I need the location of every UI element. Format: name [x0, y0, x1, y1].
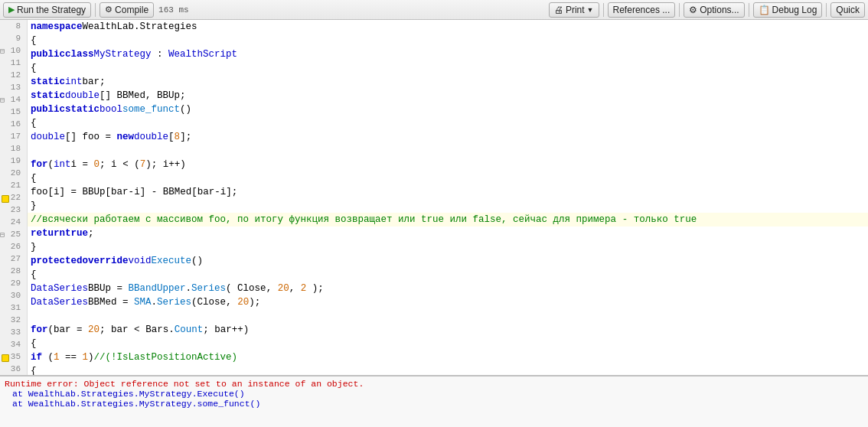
compile-time: 163 ms [155, 5, 192, 15]
code-line-10[interactable]: public class MyStrategy : WealthScript [28, 47, 868, 61]
compile-icon: ⚙ [105, 5, 113, 15]
toolbar: ▶ Run the Strategy ⚙ Compile 163 ms 🖨 Pr… [0, 0, 868, 20]
line-num-text: 25 [11, 230, 21, 239]
line-number-24: 24 [2, 216, 24, 228]
compile-label: Compile [115, 5, 148, 15]
code-line-31[interactable]: { [28, 337, 868, 350]
line-num-text: 31 [11, 303, 21, 312]
print-label: Print [566, 5, 585, 15]
quick-label: Quick [836, 5, 860, 15]
line-num-text: 36 [11, 364, 21, 373]
line-number-16: 16 [2, 118, 24, 130]
line-number-26: 26 [2, 240, 24, 253]
code-line-27[interactable]: DataSeries BBUp = BBandUpper.Series( Clo… [28, 282, 868, 295]
line-number-34: 34 [2, 338, 24, 350]
print-icon: 🖨 [554, 5, 563, 15]
code-line-29[interactable] [28, 309, 868, 323]
line-num-text: 10 [11, 46, 21, 55]
line-num-text: 16 [11, 119, 21, 129]
code-line-14[interactable]: public static bool some_funct() [28, 103, 868, 116]
code-line-11[interactable]: { [28, 61, 868, 75]
debug-log-button[interactable]: 📋 Debug Log [753, 2, 823, 18]
line-number-33: 33 [2, 326, 24, 338]
line-number-21: 21 [2, 179, 24, 191]
line-num-text: 17 [11, 132, 21, 141]
line-num-text: 9 [15, 34, 21, 43]
line-number-10: 10 [2, 44, 24, 57]
code-line-9[interactable]: { [28, 34, 868, 47]
run-strategy-label: Run the Strategy [17, 5, 86, 15]
line-num-text: 14 [11, 95, 21, 104]
code-line-8[interactable]: namespace WealthLab.Strategies [28, 20, 868, 34]
options-button[interactable]: ⚙ Options... [684, 2, 744, 18]
line-number-22: 22 [2, 191, 24, 204]
code-line-24[interactable]: } [28, 240, 868, 254]
code-line-16[interactable]: double[] foo = new double[8]; [28, 130, 868, 144]
line-num-text: 27 [11, 254, 21, 263]
line-number-17: 17 [2, 130, 24, 142]
separator-2 [603, 3, 604, 17]
line-number-32: 32 [2, 314, 24, 326]
print-dropdown-icon: ▼ [587, 6, 594, 14]
code-line-23[interactable]: return true; [28, 227, 868, 240]
code-content[interactable]: namespace WealthLab.Strategies{ public c… [28, 20, 868, 375]
code-line-25[interactable]: protected override void Execute() [28, 254, 868, 268]
play-icon: ▶ [8, 5, 15, 15]
line-number-9: 9 [2, 32, 24, 44]
line-num-text: 18 [11, 144, 21, 153]
separator-1 [95, 3, 96, 17]
print-button[interactable]: 🖨 Print ▼ [549, 2, 599, 18]
quick-button[interactable]: Quick [830, 2, 865, 18]
line-number-28: 28 [2, 265, 24, 277]
code-line-33[interactable]: { [28, 364, 868, 375]
code-line-12[interactable]: static int bar; [28, 75, 868, 89]
line-num-text: 15 [11, 107, 21, 116]
line-number-27: 27 [2, 253, 24, 265]
code-line-20[interactable]: foo[i] = BBUp[bar-i] - BBMed[bar-i]; [28, 185, 868, 199]
line-num-text: 35 [11, 352, 21, 361]
run-strategy-button[interactable]: ▶ Run the Strategy [3, 2, 91, 18]
code-line-15[interactable]: { [28, 116, 868, 130]
code-line-22[interactable]: //всячески работаем с массивом foo, по и… [28, 213, 868, 227]
line-num-text: 32 [11, 315, 21, 324]
code-line-21[interactable]: } [28, 199, 868, 213]
line-number-13: 13 [2, 81, 24, 93]
separator-3 [679, 3, 680, 17]
error-stack-2[interactable]: at WealthLab.Strategies.MyStrategy.some_… [5, 399, 863, 409]
main-area: 8910111213141516171819202122232425262728… [0, 20, 868, 427]
line-num-text: 21 [11, 181, 21, 190]
error-panel: Runtime error: Object reference not set … [0, 375, 868, 427]
line-number-15: 15 [2, 106, 24, 118]
code-line-26[interactable]: { [28, 268, 868, 282]
options-label: Options... [700, 5, 739, 15]
line-num-text: 12 [11, 70, 21, 80]
line-numbers: 8910111213141516171819202122232425262728… [0, 20, 28, 375]
line-number-18: 18 [2, 142, 24, 155]
separator-4 [749, 3, 749, 17]
line-number-31: 31 [2, 302, 24, 314]
line-number-19: 19 [2, 155, 24, 167]
code-line-17[interactable] [28, 144, 868, 158]
references-label: References ... [613, 5, 671, 15]
line-num-text: 34 [11, 340, 21, 349]
line-number-23: 23 [2, 204, 24, 216]
error-stack-1[interactable]: at WealthLab.Strategies.MyStrategy.Execu… [5, 389, 863, 399]
line-number-11: 11 [2, 57, 24, 69]
debug-log-label: Debug Log [772, 5, 817, 15]
code-line-13[interactable]: static double[] BBMed, BBUp; [28, 89, 868, 103]
line-num-text: 19 [11, 156, 21, 165]
line-number-35: 35 [2, 350, 24, 363]
line-num-text: 11 [11, 58, 21, 67]
code-line-28[interactable]: DataSeries BBMed = SMA.Series(Close, 20)… [28, 295, 868, 309]
line-num-text: 30 [11, 291, 21, 300]
debug-icon: 📋 [759, 5, 770, 15]
references-button[interactable]: References ... [608, 2, 676, 18]
compile-button[interactable]: ⚙ Compile [100, 2, 154, 18]
line-num-text: 28 [11, 266, 21, 275]
code-line-18[interactable]: for(int i = 0; i < (7); i++) [28, 158, 868, 171]
code-line-32[interactable]: if (1 == 1)//(!IsLastPositionActive) [28, 350, 868, 364]
code-editor[interactable]: 8910111213141516171819202122232425262728… [0, 20, 868, 375]
code-line-30[interactable]: for(bar = 20; bar < Bars.Count; bar++) [28, 323, 868, 337]
code-line-19[interactable]: { [28, 171, 868, 185]
line-num-text: 20 [11, 168, 21, 178]
